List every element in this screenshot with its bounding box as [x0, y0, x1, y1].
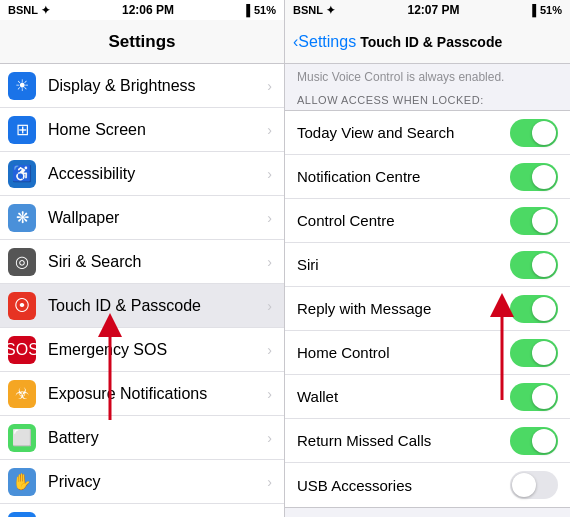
right-panel: BSNL ✦ 12:07 PM ▌51% ‹ Settings Touch ID… [285, 0, 570, 517]
settings-item-exposure[interactable]: ☣Exposure Notifications› [0, 372, 284, 416]
settings-item-emergency[interactable]: SOSEmergency SOS› [0, 328, 284, 372]
toggle-home-control[interactable] [510, 339, 558, 367]
settings-item-app-store[interactable]: AApp Store› [0, 504, 284, 517]
toggle-knob-home-control [532, 341, 556, 365]
settings-list: ☀Display & Brightness›⊞Home Screen›♿Acce… [0, 64, 284, 517]
settings-item-privacy[interactable]: ✋Privacy› [0, 460, 284, 504]
accessibility-label: Accessibility [48, 165, 267, 183]
siri-chevron: › [267, 254, 272, 270]
right-nav-bar: ‹ Settings Touch ID & Passcode [285, 20, 570, 64]
display-icon: ☀ [8, 72, 36, 100]
toggle-label-siri: Siri [297, 256, 510, 273]
toggle-knob-today-view [532, 121, 556, 145]
touch-id-chevron: › [267, 298, 272, 314]
settings-item-display[interactable]: ☀Display & Brightness› [0, 64, 284, 108]
toggle-usb[interactable] [510, 471, 558, 499]
right-time: 12:07 PM [407, 3, 459, 17]
wallpaper-icon: ❋ [8, 204, 36, 232]
touch-id-icon: ⦿ [8, 292, 36, 320]
bottom-note: Unlock iPhone to allow USB accessories t… [285, 508, 570, 517]
toggle-item-notification-centre: Notification Centre [285, 155, 570, 199]
toggle-label-reply-message: Reply with Message [297, 300, 510, 317]
home-screen-icon: ⊞ [8, 116, 36, 144]
left-panel: BSNL ✦ 12:06 PM ▌51% Settings ☀Display &… [0, 0, 285, 517]
toggle-notification-centre[interactable] [510, 163, 558, 191]
home-screen-label: Home Screen [48, 121, 267, 139]
toggle-knob-notification-centre [532, 165, 556, 189]
toggle-item-reply-message: Reply with Message [285, 287, 570, 331]
toggle-list: Today View and SearchNotification Centre… [285, 110, 570, 508]
display-chevron: › [267, 78, 272, 94]
battery-icon: ⬜ [8, 424, 36, 452]
touch-id-label: Touch ID & Passcode [48, 297, 267, 315]
exposure-icon: ☣ [8, 380, 36, 408]
toggle-label-wallet: Wallet [297, 388, 510, 405]
toggle-item-usb: USB Accessories [285, 463, 570, 507]
toggle-label-usb: USB Accessories [297, 477, 510, 494]
toggle-item-control-centre: Control Centre [285, 199, 570, 243]
emergency-label: Emergency SOS [48, 341, 267, 359]
left-status-bar: BSNL ✦ 12:06 PM ▌51% [0, 0, 284, 20]
app-store-icon: A [8, 512, 36, 518]
back-button[interactable]: ‹ Settings [293, 33, 356, 51]
toggle-item-today-view: Today View and Search [285, 111, 570, 155]
exposure-chevron: › [267, 386, 272, 402]
right-title: Touch ID & Passcode [360, 34, 562, 50]
wallpaper-label: Wallpaper [48, 209, 267, 227]
toggle-knob-wallet [532, 385, 556, 409]
siri-icon: ◎ [8, 248, 36, 276]
toggle-item-wallet: Wallet [285, 375, 570, 419]
battery-label: Battery [48, 429, 267, 447]
toggle-wallet[interactable] [510, 383, 558, 411]
toggle-label-return-missed: Return Missed Calls [297, 432, 510, 449]
right-status-bar: BSNL ✦ 12:07 PM ▌51% [285, 0, 570, 20]
right-battery: ▌51% [532, 4, 562, 16]
right-content: Music Voice Control is always enabled. A… [285, 64, 570, 517]
toggle-label-notification-centre: Notification Centre [297, 168, 510, 185]
toggle-knob-return-missed [532, 429, 556, 453]
toggle-knob-usb [512, 473, 536, 497]
emergency-icon: SOS [8, 336, 36, 364]
toggle-label-today-view: Today View and Search [297, 124, 510, 141]
left-time: 12:06 PM [122, 3, 174, 17]
left-nav-bar: Settings [0, 20, 284, 64]
accessibility-chevron: › [267, 166, 272, 182]
left-battery: ▌51% [246, 4, 276, 16]
toggle-siri[interactable] [510, 251, 558, 279]
privacy-icon: ✋ [8, 468, 36, 496]
settings-item-home-screen[interactable]: ⊞Home Screen› [0, 108, 284, 152]
settings-item-battery[interactable]: ⬜Battery› [0, 416, 284, 460]
emergency-chevron: › [267, 342, 272, 358]
toggle-knob-siri [532, 253, 556, 277]
toggle-label-home-control: Home Control [297, 344, 510, 361]
siri-label: Siri & Search [48, 253, 267, 271]
wallpaper-chevron: › [267, 210, 272, 226]
toggle-knob-control-centre [532, 209, 556, 233]
exposure-label: Exposure Notifications [48, 385, 267, 403]
display-label: Display & Brightness [48, 77, 267, 95]
settings-item-touch-id[interactable]: ⦿Touch ID & Passcode› [0, 284, 284, 328]
settings-item-siri[interactable]: ◎Siri & Search› [0, 240, 284, 284]
toggle-return-missed[interactable] [510, 427, 558, 455]
toggle-reply-message[interactable] [510, 295, 558, 323]
top-note: Music Voice Control is always enabled. [285, 64, 570, 90]
toggle-item-siri: Siri [285, 243, 570, 287]
privacy-label: Privacy [48, 473, 267, 491]
privacy-chevron: › [267, 474, 272, 490]
toggle-knob-reply-message [532, 297, 556, 321]
settings-item-wallpaper[interactable]: ❋Wallpaper› [0, 196, 284, 240]
toggle-item-home-control: Home Control [285, 331, 570, 375]
toggle-item-return-missed: Return Missed Calls [285, 419, 570, 463]
accessibility-icon: ♿ [8, 160, 36, 188]
toggle-today-view[interactable] [510, 119, 558, 147]
section-header: ALLOW ACCESS WHEN LOCKED: [285, 90, 570, 110]
toggle-label-control-centre: Control Centre [297, 212, 510, 229]
battery-chevron: › [267, 430, 272, 446]
settings-item-accessibility[interactable]: ♿Accessibility› [0, 152, 284, 196]
left-carrier: BSNL ✦ [8, 4, 50, 17]
toggle-control-centre[interactable] [510, 207, 558, 235]
left-title: Settings [108, 32, 175, 52]
home-screen-chevron: › [267, 122, 272, 138]
right-carrier: BSNL ✦ [293, 4, 335, 17]
